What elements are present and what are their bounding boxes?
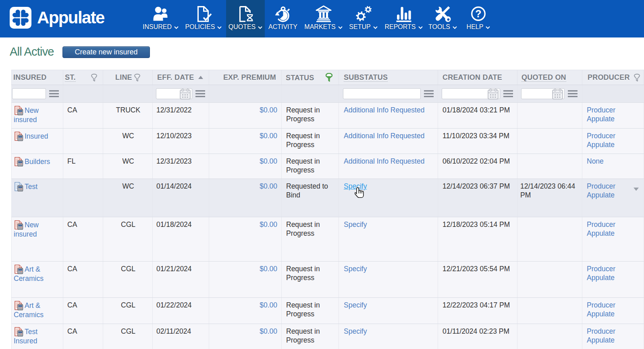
svg-text:?: ?	[475, 8, 481, 19]
